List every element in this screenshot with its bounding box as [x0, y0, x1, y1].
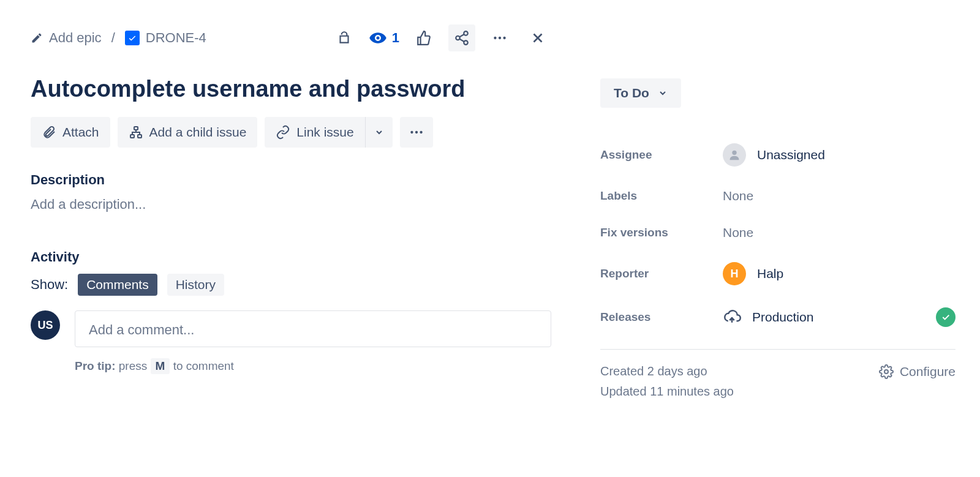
fixversions-value: None: [723, 225, 956, 240]
comment-input[interactable]: Add a comment...: [75, 310, 551, 347]
description-heading: Description: [31, 172, 551, 188]
svg-point-11: [420, 131, 422, 133]
status-label: To Do: [614, 86, 649, 100]
more-toolbar-button[interactable]: [400, 117, 433, 148]
field-assignee[interactable]: Assignee Unassigned: [600, 132, 956, 178]
activity-show-label: Show:: [31, 277, 68, 293]
watch-button[interactable]: 1: [369, 29, 399, 47]
tab-history[interactable]: History: [167, 274, 224, 296]
add-epic-label: Add epic: [49, 30, 102, 46]
current-user-avatar: US: [31, 310, 60, 340]
svg-point-13: [884, 370, 888, 374]
attach-button[interactable]: Attach: [31, 117, 110, 148]
protip-tail: to comment: [170, 359, 234, 372]
tab-comments[interactable]: Comments: [78, 274, 157, 296]
svg-point-4: [499, 37, 501, 39]
like-button[interactable]: [410, 24, 437, 51]
status-dropdown[interactable]: To Do: [600, 78, 681, 108]
description-placeholder[interactable]: Add a description...: [31, 197, 551, 212]
eye-icon: [369, 29, 387, 47]
svg-point-12: [732, 151, 736, 155]
svg-point-10: [415, 131, 418, 133]
add-child-issue-button[interactable]: Add a child issue: [118, 117, 258, 148]
release-icon: [723, 308, 741, 326]
field-reporter[interactable]: Reporter H Halp: [600, 251, 956, 296]
unlock-icon: [336, 30, 352, 46]
field-releases[interactable]: Releases Production: [600, 296, 956, 338]
reporter-value: Halp: [757, 266, 783, 281]
svg-rect-6: [134, 127, 138, 130]
reporter-label: Reporter: [600, 267, 723, 280]
field-labels[interactable]: Labels None: [600, 178, 956, 214]
share-icon: [454, 30, 470, 46]
svg-point-3: [494, 37, 496, 39]
svg-point-0: [464, 31, 468, 36]
attach-icon: [42, 125, 56, 140]
check-icon: [941, 312, 951, 322]
close-icon: [530, 30, 546, 46]
more-actions-button[interactable]: [486, 24, 513, 51]
more-icon: [409, 124, 424, 140]
assignee-value: Unassigned: [757, 148, 825, 162]
issue-key-link[interactable]: DRONE-4: [125, 30, 206, 46]
labels-value: None: [723, 189, 956, 203]
watch-count-value: 1: [392, 30, 399, 46]
gear-icon: [879, 364, 894, 379]
issue-key-label: DRONE-4: [146, 30, 206, 46]
svg-point-5: [503, 37, 505, 39]
link-issue-dropdown[interactable]: [365, 117, 393, 148]
link-issue-button[interactable]: Link issue: [265, 117, 364, 148]
labels-label: Labels: [600, 189, 723, 203]
releases-label: Releases: [600, 310, 723, 324]
configure-button[interactable]: Configure: [879, 364, 956, 379]
protip-lead: Pro tip:: [75, 359, 116, 372]
svg-point-1: [456, 36, 460, 40]
reporter-avatar: H: [723, 262, 746, 285]
svg-point-9: [410, 131, 413, 133]
chevron-down-icon: [374, 127, 384, 137]
pencil-icon: [31, 32, 43, 44]
issue-type-icon: [125, 31, 140, 45]
action-row: Attach Add a child issue Link issue: [31, 117, 551, 148]
svg-rect-7: [130, 135, 134, 138]
breadcrumb: Add epic / DRONE-4: [31, 30, 206, 46]
unassigned-avatar-icon: [723, 143, 746, 167]
assignee-label: Assignee: [600, 148, 723, 162]
activity-heading: Activity: [31, 249, 551, 265]
attach-label: Attach: [62, 125, 99, 140]
chevron-down-icon: [658, 88, 668, 98]
share-button[interactable]: [448, 24, 475, 51]
link-issue-label: Link issue: [296, 125, 353, 140]
more-icon: [492, 30, 508, 46]
protip-key: M: [151, 358, 170, 374]
protip-press: press: [116, 359, 151, 372]
breadcrumb-separator: /: [111, 30, 115, 46]
add-epic-link[interactable]: Add epic: [31, 30, 102, 46]
created-meta: Created 2 days ago: [600, 364, 734, 378]
field-fix-versions[interactable]: Fix versions None: [600, 214, 956, 251]
release-status-badge: [936, 307, 956, 327]
svg-rect-8: [138, 135, 141, 138]
thumbsup-icon: [416, 30, 432, 46]
add-child-issue-label: Add a child issue: [149, 125, 247, 140]
configure-label: Configure: [900, 364, 956, 379]
releases-value: Production: [752, 310, 813, 325]
updated-meta: Updated 11 minutes ago: [600, 385, 734, 399]
fixversions-label: Fix versions: [600, 226, 723, 239]
svg-point-2: [464, 40, 468, 45]
comment-protip: Pro tip: press M to comment: [75, 358, 551, 374]
lock-button[interactable]: [331, 24, 358, 51]
link-icon: [276, 125, 290, 140]
issue-title[interactable]: Autocomplete username and password: [31, 76, 551, 102]
top-actions-bar: 1: [331, 24, 551, 51]
close-button[interactable]: [524, 24, 551, 51]
child-issue-icon: [129, 125, 143, 140]
